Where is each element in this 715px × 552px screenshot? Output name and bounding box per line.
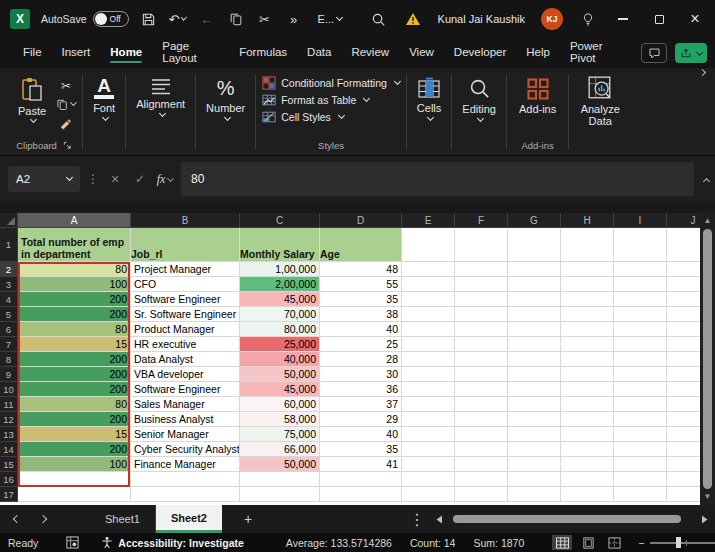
cell-d10[interactable]: 36: [320, 382, 402, 397]
scroll-up-icon[interactable]: ▲: [704, 215, 712, 227]
tab-view[interactable]: View: [400, 41, 443, 65]
cell-d17[interactable]: [320, 487, 402, 502]
column-header-b[interactable]: B: [131, 213, 240, 228]
cell-d3[interactable]: 55: [320, 277, 402, 292]
prev-sheet-icon[interactable]: [13, 515, 21, 523]
cell-d6[interactable]: 40: [320, 322, 402, 337]
cell-f11[interactable]: [455, 397, 508, 412]
cell-i4[interactable]: [614, 292, 667, 307]
redo-button[interactable]: ←: [198, 10, 216, 28]
clipboard-dialog-launcher[interactable]: [63, 141, 72, 150]
row-header-16[interactable]: 16: [0, 472, 18, 487]
cell-g1[interactable]: [508, 228, 561, 262]
row-header-12[interactable]: 12: [0, 412, 18, 427]
cell-j1[interactable]: [667, 228, 700, 262]
lightbulb-icon[interactable]: [579, 10, 597, 28]
cell-e3[interactable]: [402, 277, 455, 292]
cell-j2[interactable]: [667, 262, 700, 277]
cell-f1[interactable]: [455, 228, 508, 262]
cell-b15[interactable]: Finance Manager: [131, 457, 240, 472]
cell-d4[interactable]: 35: [320, 292, 402, 307]
close-button[interactable]: ×: [685, 9, 705, 29]
name-box[interactable]: A2: [8, 166, 80, 192]
cell-a15[interactable]: 100: [18, 457, 131, 472]
cell-j10[interactable]: [667, 382, 700, 397]
status-average[interactable]: Average: 133.5714286: [286, 537, 392, 549]
cell-a3[interactable]: 100: [18, 277, 131, 292]
cell-j16[interactable]: [667, 472, 700, 487]
column-header-j[interactable]: J: [667, 213, 700, 228]
cell-b11[interactable]: Sales Manager: [131, 397, 240, 412]
cell-c17[interactable]: [240, 487, 320, 502]
cells-group-button[interactable]: Cells: [407, 71, 451, 155]
cell-h1[interactable]: [561, 228, 614, 262]
cell-c2[interactable]: 1,00,000: [240, 262, 320, 277]
tab-data[interactable]: Data: [298, 41, 340, 65]
cell-a6[interactable]: 80: [18, 322, 131, 337]
column-header-i[interactable]: I: [614, 213, 667, 228]
cell-i6[interactable]: [614, 322, 667, 337]
cell-a16[interactable]: [18, 472, 131, 487]
sheet-tab-sheet1[interactable]: Sheet1: [90, 505, 156, 533]
accessibility-status[interactable]: Accessibility: Investigate: [101, 536, 243, 549]
cell-g11[interactable]: [508, 397, 561, 412]
horizontal-scroll-thumb[interactable]: [453, 515, 681, 523]
cell-b12[interactable]: Business Analyst: [131, 412, 240, 427]
cell-h5[interactable]: [561, 307, 614, 322]
cell-i13[interactable]: [614, 427, 667, 442]
enter-button[interactable]: ✓: [131, 172, 149, 186]
row-header-17[interactable]: 17: [0, 487, 18, 502]
normal-view-button[interactable]: [552, 535, 572, 550]
undo-dropdown-icon[interactable]: [181, 14, 187, 20]
cell-f15[interactable]: [455, 457, 508, 472]
cell-c6[interactable]: 80,000: [240, 322, 320, 337]
cell-j6[interactable]: [667, 322, 700, 337]
cell-i11[interactable]: [614, 397, 667, 412]
tab-power-pivot[interactable]: Power Pivot: [561, 35, 633, 71]
cell-i5[interactable]: [614, 307, 667, 322]
cell-i12[interactable]: [614, 412, 667, 427]
cell-b16[interactable]: [131, 472, 240, 487]
cell-e6[interactable]: [402, 322, 455, 337]
font-group-button[interactable]: A Font: [83, 71, 125, 155]
cell-i3[interactable]: [614, 277, 667, 292]
cell-g7[interactable]: [508, 337, 561, 352]
cell-f9[interactable]: [455, 367, 508, 382]
cell-f12[interactable]: [455, 412, 508, 427]
cell-i16[interactable]: [614, 472, 667, 487]
row-header-10[interactable]: 10: [0, 382, 18, 397]
cell-f2[interactable]: [455, 262, 508, 277]
row-header-3[interactable]: 3: [0, 277, 18, 292]
cell-c4[interactable]: 45,000: [240, 292, 320, 307]
cell-a13[interactable]: 15: [18, 427, 131, 442]
document-name[interactable]: E...: [318, 13, 343, 25]
formula-input[interactable]: 80: [181, 162, 694, 196]
cell-g5[interactable]: [508, 307, 561, 322]
cell-h10[interactable]: [561, 382, 614, 397]
row-header-15[interactable]: 15: [0, 457, 18, 472]
cell-e15[interactable]: [402, 457, 455, 472]
cell-b4[interactable]: Software Engineer: [131, 292, 240, 307]
cell-a12[interactable]: 200: [18, 412, 131, 427]
cell-j3[interactable]: [667, 277, 700, 292]
cell-f8[interactable]: [455, 352, 508, 367]
page-layout-view-button[interactable]: [578, 535, 598, 550]
cell-j9[interactable]: [667, 367, 700, 382]
user-name[interactable]: Kunal Jai Kaushik: [438, 13, 525, 25]
cell-g13[interactable]: [508, 427, 561, 442]
styles-item-format-as-table[interactable]: Format as Table: [262, 93, 400, 107]
cell-g17[interactable]: [508, 487, 561, 502]
cell-c14[interactable]: 66,000: [240, 442, 320, 457]
cell-h7[interactable]: [561, 337, 614, 352]
cell-i10[interactable]: [614, 382, 667, 397]
expand-formula-bar-icon[interactable]: [703, 177, 710, 184]
cell-c15[interactable]: 50,000: [240, 457, 320, 472]
styles-item-cell-styles[interactable]: Cell Styles: [262, 110, 400, 124]
format-painter-button[interactable]: [56, 116, 76, 131]
cell-d16[interactable]: [320, 472, 402, 487]
cell-h11[interactable]: [561, 397, 614, 412]
row-header-11[interactable]: 11: [0, 397, 18, 412]
formula-bar-grip[interactable]: ⋮: [87, 172, 99, 186]
cell-c9[interactable]: 50,000: [240, 367, 320, 382]
cell-b13[interactable]: Senior Manager: [131, 427, 240, 442]
